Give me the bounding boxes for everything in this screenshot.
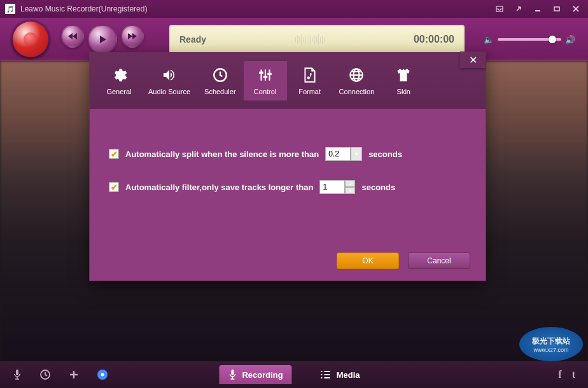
tab-media-label: Media [337, 370, 360, 380]
svg-rect-16 [231, 370, 234, 375]
tab-control[interactable]: Control [244, 61, 287, 100]
timer-text: 00:00:00 [414, 34, 454, 45]
tab-scheduler[interactable]: Scheduler [198, 61, 242, 100]
bottom-bar: Recording Media f t [0, 361, 588, 388]
rewind-button[interactable] [61, 25, 84, 48]
popout-button[interactable] [509, 3, 528, 15]
svg-rect-7 [259, 72, 263, 74]
globe-icon [348, 66, 365, 84]
display-panel: Ready 00:00:00 [169, 25, 465, 54]
svg-rect-2 [554, 7, 559, 11]
tab-label: Control [254, 88, 276, 95]
gear-icon [111, 66, 127, 84]
split-dropdown-button[interactable]: ▼ [351, 147, 362, 161]
filter-label: Automatically filter,only save tracks lo… [125, 183, 313, 192]
mic-icon-button[interactable] [13, 369, 22, 380]
dialog-actions: OK Cancel [337, 253, 470, 269]
tab-media[interactable]: Media [311, 365, 369, 384]
tab-label: Scheduler [204, 88, 236, 95]
tab-connection[interactable]: Connection [333, 61, 381, 100]
settings-dialog: ✕ General Audio Source Scheduler Control… [89, 52, 486, 281]
tab-audio-source[interactable]: Audio Source [142, 61, 197, 100]
filter-value-spinner: ▲ ▼ [319, 180, 355, 194]
svg-rect-9 [267, 73, 272, 75]
tshirt-icon [395, 66, 412, 84]
dialog-body: ✔ Automatically split when the silence i… [90, 109, 486, 226]
filter-value-input[interactable] [319, 180, 345, 194]
tab-label: Audio Source [148, 88, 190, 95]
dialog-close-button[interactable]: ✕ [460, 52, 486, 68]
svg-rect-4 [260, 69, 262, 80]
split-value-input[interactable] [325, 147, 351, 161]
tab-label: Connection [339, 88, 375, 95]
option-auto-split: ✔ Automatically split when the silence i… [109, 147, 466, 161]
clock-icon [212, 66, 228, 84]
add-icon-button[interactable] [69, 370, 79, 380]
record-button[interactable] [13, 22, 48, 57]
svg-point-15 [101, 373, 104, 377]
tab-recording[interactable]: Recording [219, 365, 291, 384]
title-bar: 🎵 Leawo Music Recorder(Unregistered) [0, 0, 588, 18]
tab-skin[interactable]: Skin [382, 61, 425, 100]
play-button[interactable] [88, 25, 117, 54]
tab-label: Format [298, 88, 321, 95]
app-icon: 🎵 [5, 4, 15, 14]
bottom-tabs: Recording Media [219, 365, 368, 384]
maximize-button[interactable] [547, 3, 566, 15]
filter-spin-up[interactable]: ▲ [345, 180, 355, 187]
split-checkbox[interactable]: ✔ [109, 149, 119, 159]
minimize-button[interactable] [528, 3, 547, 15]
svg-rect-5 [265, 69, 266, 80]
cancel-button[interactable]: Cancel [408, 253, 470, 269]
forward-button[interactable] [121, 25, 144, 48]
filter-checkbox[interactable]: ✔ [109, 182, 119, 192]
split-unit: seconds [368, 149, 402, 159]
window-controls [490, 3, 585, 15]
volume-high-icon: 🔊 [565, 35, 575, 45]
music-file-icon [303, 66, 317, 84]
tab-recording-label: Recording [242, 370, 283, 380]
split-label: Automatically split when the silence is … [125, 149, 319, 159]
option-auto-filter: ✔ Automatically filter,only save tracks … [109, 180, 466, 194]
twitter-icon-button[interactable]: t [572, 369, 575, 380]
window-title: Leawo Music Recorder(Unregistered) [20, 4, 490, 13]
volume-low-icon: 🔈 [484, 35, 494, 45]
history-icon-button[interactable] [39, 369, 51, 380]
filter-unit: seconds [361, 183, 395, 192]
tab-format[interactable]: Format [288, 61, 332, 100]
volume-control: 🔈 🔊 [484, 35, 575, 45]
settings-tabs: General Audio Source Scheduler Control F… [90, 53, 486, 109]
speaker-icon [161, 66, 178, 84]
svg-rect-8 [263, 76, 267, 78]
tab-label: Skin [397, 88, 410, 95]
tab-label: General [106, 88, 131, 95]
waveform-display [206, 34, 414, 45]
svg-rect-12 [16, 370, 18, 375]
watermark-line2: www.xz7.com [533, 347, 568, 353]
sliders-icon [257, 66, 274, 84]
volume-slider[interactable] [498, 38, 561, 41]
disc-icon-button[interactable] [97, 369, 108, 380]
watermark: 极光下载站 www.xz7.com [519, 327, 583, 361]
tab-general[interactable]: General [97, 61, 141, 100]
transport-controls [61, 25, 144, 54]
filter-spin-down[interactable]: ▼ [345, 187, 355, 194]
status-text: Ready [179, 34, 206, 45]
split-value-spinner: ▼ [325, 147, 362, 161]
ok-button[interactable]: OK [337, 253, 399, 269]
close-button[interactable] [566, 3, 585, 15]
watermark-line1: 极光下载站 [532, 336, 570, 347]
facebook-icon-button[interactable]: f [558, 369, 561, 380]
inbox-button[interactable] [490, 3, 509, 15]
